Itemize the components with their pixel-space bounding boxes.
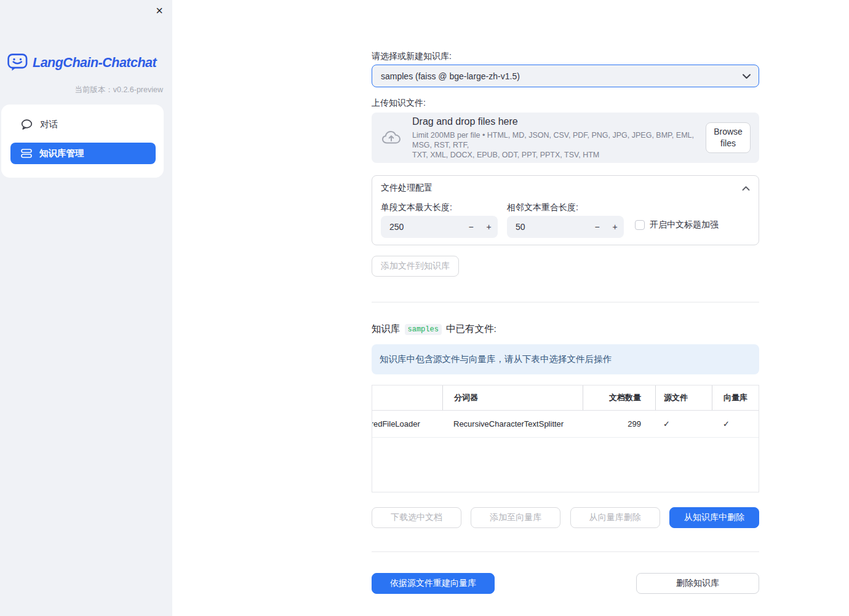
stack-list-icon [21, 149, 32, 158]
version-value: v0.2.6-preview [113, 85, 163, 94]
chunk-size-value: 250 [389, 222, 462, 232]
zh-title-enhance-checkbox[interactable] [635, 220, 645, 230]
chevron-down-icon [742, 73, 751, 79]
column-header-loader: 文档加载器 [372, 385, 442, 410]
app-logo: LangChain-Chatchat [7, 53, 156, 72]
sidebar-menu: 对话 知识库管理 [1, 105, 164, 178]
chunk-size-increment-button[interactable]: + [480, 216, 498, 238]
rebuild-vector-store-button[interactable]: 依据源文件重建向量库 [372, 573, 495, 594]
checkmark-icon: ✓ [663, 419, 670, 428]
overlap-decrement-button[interactable]: − [588, 216, 606, 238]
kb-select-dropdown[interactable]: samples (faiss @ bge-large-zh-v1.5) [372, 65, 759, 87]
column-header-doc-count: 文档数量 [583, 385, 655, 410]
dropzone-limit-text: Limit 200MB per file • HTML, MD, JSON, C… [412, 130, 706, 150]
add-files-to-kb-button[interactable]: 添加文件到知识库 [372, 256, 459, 277]
cell-vector-store-check: ✓ [712, 411, 759, 437]
zh-title-enhance-label: 开启中文标题加强 [650, 219, 719, 231]
column-header-source-file: 源文件 [655, 385, 712, 410]
chunk-size-label: 单段文本最大长度: [381, 202, 452, 213]
info-banner: 知识库中包含源文件与向量库，请从下表中选择文件后操作 [372, 344, 759, 374]
overlap-increment-button[interactable]: + [606, 216, 624, 238]
delete-kb-button[interactable]: 删除知识库 [636, 573, 759, 594]
dropzone-filetypes-text: TXT, XML, DOCX, EPUB, ODT, PPT, PPTX, TS… [412, 150, 706, 160]
app-window: × LangChain-Chatchat 当前版本：v0.2.6-preview [0, 0, 849, 616]
kb-heading-suffix: 中已有文件: [446, 323, 496, 336]
column-header-vector-store: 向量库 [712, 385, 759, 410]
kb-heading-prefix: 知识库 [372, 323, 401, 336]
download-selected-button[interactable]: 下载选中文档 [372, 507, 461, 528]
checkmark-icon: ✓ [723, 419, 730, 428]
chat-bubble-icon [21, 119, 33, 130]
cell-loader: UnstructuredFileLoader [372, 411, 442, 437]
file-dropzone[interactable]: Drag and drop files here Limit 200MB per… [372, 113, 759, 163]
add-to-vector-store-button[interactable]: 添加至向量库 [471, 507, 560, 528]
upload-label: 上传知识文件: [372, 98, 426, 109]
kb-actions-toolbar: 依据源文件重建向量库 删除知识库 [372, 573, 759, 594]
chunk-size-stepper[interactable]: 250 − + [381, 216, 498, 238]
version-text: 当前版本：v0.2.6-preview [74, 85, 163, 95]
sidebar-close-icon[interactable]: × [151, 2, 167, 18]
sidebar-item-label: 对话 [40, 119, 58, 130]
kb-select-label: 请选择或新建知识库: [372, 51, 452, 62]
logo-text: LangChain-Chatchat [33, 55, 156, 71]
cell-source-file-check: ✓ [655, 411, 712, 437]
main-content: 请选择或新建知识库: samples (faiss @ bge-large-zh… [372, 0, 759, 616]
file-config-expander: 文件处理配置 单段文本最大长度: 相邻文本重合长度: 250 − + 50 − … [372, 175, 759, 245]
cloud-upload-icon [381, 130, 401, 146]
overlap-label: 相邻文本重合长度: [507, 202, 578, 213]
file-actions-toolbar: 下载选中文档 添加至向量库 从向量库删除 从知识库中删除 [372, 507, 759, 528]
cell-doc-count: 299 [583, 411, 655, 437]
delete-from-vector-store-button[interactable]: 从向量库删除 [570, 507, 660, 528]
cell-splitter: RecursiveCharacterTextSplitter [442, 411, 583, 437]
divider [372, 302, 759, 302]
sidebar: × LangChain-Chatchat 当前版本：v0.2.6-preview [0, 0, 172, 616]
overlap-value: 50 [516, 222, 588, 232]
chevron-up-icon [742, 186, 750, 191]
kb-files-table[interactable]: 文档加载器 分词器 文档数量 源文件 向量库 UnstructuredFileL… [372, 385, 759, 492]
dropzone-title: Drag and drop files here [412, 116, 706, 127]
logo-chat-smiley-icon [7, 53, 28, 72]
delete-from-kb-button[interactable]: 从知识库中删除 [669, 507, 759, 528]
kb-name-code: samples [405, 324, 442, 335]
expander-title: 文件处理配置 [381, 183, 432, 194]
info-banner-text: 知识库中包含源文件与向量库，请从下表中选择文件后操作 [380, 353, 612, 365]
zh-title-enhance-option[interactable]: 开启中文标题加强 [635, 219, 719, 231]
version-label: 当前版本： [74, 85, 113, 94]
overlap-stepper[interactable]: 50 − + [507, 216, 624, 238]
divider [372, 551, 759, 552]
dropzone-instructions: Drag and drop files here Limit 200MB per… [412, 116, 706, 160]
kb-files-heading: 知识库 samples 中已有文件: [372, 323, 496, 336]
browse-files-button[interactable]: Browse files [706, 122, 751, 153]
sidebar-item-dialogue[interactable]: 对话 [10, 114, 156, 135]
chunk-size-decrement-button[interactable]: − [462, 216, 480, 238]
sidebar-item-label: 知识库管理 [39, 148, 84, 159]
table-row[interactable]: UnstructuredFileLoader RecursiveCharacte… [372, 411, 759, 438]
table-header-row: 文档加载器 分词器 文档数量 源文件 向量库 [372, 385, 759, 411]
kb-select-value: samples (faiss @ bge-large-zh-v1.5) [381, 71, 742, 81]
expander-header[interactable]: 文件处理配置 [381, 183, 750, 194]
column-header-splitter: 分词器 [442, 385, 583, 410]
sidebar-item-kb-management[interactable]: 知识库管理 [10, 143, 156, 164]
